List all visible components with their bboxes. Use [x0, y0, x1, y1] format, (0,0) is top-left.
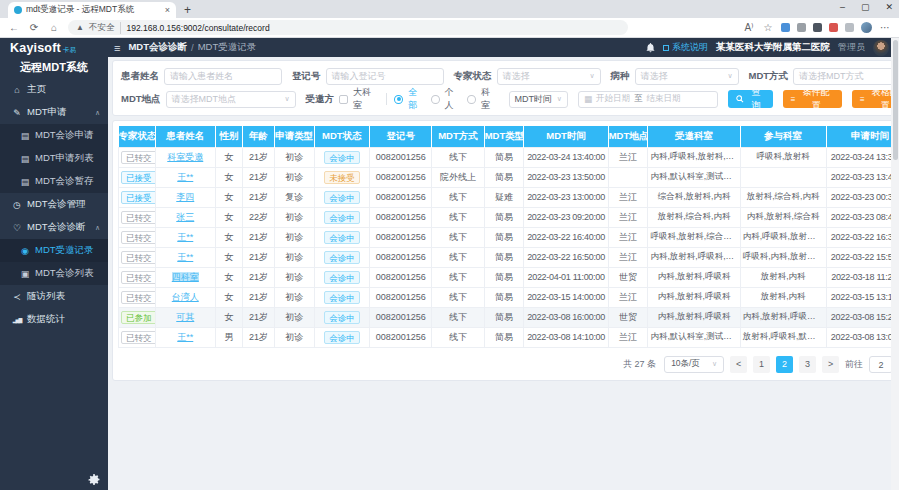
- page-button-1[interactable]: 1: [753, 356, 770, 373]
- page-scrollbar[interactable]: [891, 38, 899, 490]
- table-row: 已转交台湾人女21岁初诊会诊中0082001256线下简易2022-03-15 …: [119, 287, 899, 307]
- radio-dept-label[interactable]: 科室: [481, 86, 499, 112]
- favorite-star-icon[interactable]: ☆: [762, 22, 774, 33]
- security-warning-icon[interactable]: ▲: [76, 23, 84, 32]
- cell-mdt-type: 简易: [484, 327, 524, 347]
- tab-close-icon[interactable]: ×: [165, 5, 170, 15]
- radio-dept[interactable]: [467, 95, 476, 104]
- cell-joined-depts: 放射科,内科: [740, 287, 826, 307]
- list-icon: ▤: [20, 154, 30, 164]
- browser-tab[interactable]: mdt受邀记录 - 远程MDT系统 ×: [8, 2, 176, 18]
- extension-icon[interactable]: [781, 23, 790, 32]
- patient-name-link[interactable]: 王**: [177, 252, 193, 262]
- extension-icon[interactable]: [797, 23, 806, 32]
- cell-mdt-status: 未接受: [314, 167, 370, 187]
- page-button-3[interactable]: 3: [799, 356, 816, 373]
- disease-select[interactable]: 请选择∨: [635, 68, 739, 85]
- sidebar-item-mdt-consult-diagnose[interactable]: ♡MDT会诊诊断∧: [0, 216, 108, 239]
- patient-name-link[interactable]: 科室受邀: [167, 152, 203, 162]
- cell-mdt-mode: 线下: [432, 267, 484, 287]
- notification-bell-icon[interactable]: [646, 43, 655, 53]
- time-type-select[interactable]: MDT时间∨: [509, 91, 568, 108]
- page-button-2[interactable]: 2: [776, 356, 793, 373]
- app-logo[interactable]: Kayisoft 卡易: [0, 41, 108, 55]
- patient-name-input[interactable]: 请输入患者姓名: [164, 68, 282, 85]
- expert-status-select[interactable]: 请选择∨: [497, 68, 601, 85]
- patient-name-link[interactable]: 李四: [176, 192, 194, 202]
- browser-menu-icon[interactable]: ⋯: [879, 22, 891, 33]
- sidebar-item-mdt-apply-list[interactable]: ▤MDT申请列表: [0, 147, 108, 170]
- patient-name-link[interactable]: 王**: [177, 172, 193, 182]
- mdt-status-tag: 会诊中: [324, 251, 360, 264]
- mdt-mode-select[interactable]: 请选择MDT方式∨: [793, 68, 899, 85]
- patient-name-link[interactable]: 张三: [176, 212, 194, 222]
- patient-name-link[interactable]: 台湾人: [172, 292, 199, 302]
- calendar-icon: ▦: [584, 94, 592, 104]
- patient-name-link[interactable]: 王**: [177, 332, 193, 342]
- dept-group-checkbox-label[interactable]: 大科室: [353, 86, 379, 112]
- url-bar[interactable]: ▲ 不安全 192.168.0.156:9002/consultate/reco…: [68, 20, 628, 35]
- next-page-button[interactable]: >: [822, 356, 839, 373]
- radio-personal-label[interactable]: 个人: [445, 86, 463, 112]
- patient-name-link[interactable]: 王**: [177, 232, 193, 242]
- page-size-select[interactable]: 10条/页 ∨: [664, 356, 724, 373]
- window-minimize-button[interactable]: –: [840, 2, 845, 12]
- prev-page-button[interactable]: <: [730, 356, 747, 373]
- mdt-status-tag: 会诊中: [324, 311, 360, 324]
- patient-name-link[interactable]: 四科室: [172, 272, 199, 282]
- date-range-input[interactable]: ▦ 开始日期 至 结束日期: [578, 91, 718, 108]
- sidebar-item-mdt-apply[interactable]: ✎MDT申请∧: [0, 101, 108, 124]
- table-row: 已转交科室受邀女21岁初诊会诊中0082001256线下简易2022-03-24…: [119, 147, 899, 167]
- mdt-place-select[interactable]: 请选择MDT地点∨: [166, 91, 296, 108]
- goto-page-input[interactable]: 2: [869, 356, 893, 373]
- cell-joined-depts: [740, 167, 826, 187]
- extension-icon[interactable]: [829, 23, 838, 32]
- sidebar-item-mdt-consult-draft[interactable]: ▤MDT会诊暂存: [0, 170, 108, 193]
- refresh-icon[interactable]: ⟳: [28, 22, 40, 33]
- browser-profile-avatar[interactable]: [861, 22, 872, 33]
- window-maximize-button[interactable]: ▢: [861, 2, 870, 12]
- sidebar-item-mdt-consult-apply[interactable]: ▤MDT会诊申请: [0, 124, 108, 147]
- column-header-joined-depts: 参与科室: [740, 126, 826, 147]
- sidebar-item-mdt-consult-manage[interactable]: ◷MDT会诊管理: [0, 193, 108, 216]
- read-aloud-icon[interactable]: A⁾: [743, 22, 755, 33]
- sidebar-item-data-stats[interactable]: ▂▅▇数据统计: [0, 308, 108, 331]
- expert-status-tag: 已参加: [121, 311, 155, 324]
- user-avatar[interactable]: [873, 40, 889, 56]
- total-count: 共 27 条: [623, 358, 656, 371]
- cell-age: 21岁: [243, 327, 275, 347]
- registry-no-input[interactable]: 请输入登记号: [326, 68, 444, 85]
- extension-icon[interactable]: [845, 23, 854, 32]
- new-tab-button[interactable]: +: [184, 2, 191, 18]
- sliders-icon: ≡: [860, 95, 865, 104]
- breadcrumb-parent[interactable]: MDT会诊诊断: [128, 41, 187, 54]
- sidebar-collapse-icon[interactable]: ≡: [114, 42, 120, 54]
- table-row: 已接受王**女21岁初诊未接受0082001256院外线上简易2022-03-2…: [119, 167, 899, 187]
- system-help-link[interactable]: 系统说明: [663, 41, 708, 54]
- home-icon[interactable]: ⌂: [48, 22, 60, 33]
- dept-group-checkbox[interactable]: [339, 95, 348, 104]
- cell-mdt-type: 疑难: [484, 187, 524, 207]
- sidebar-item-home[interactable]: ⌂主页: [0, 78, 108, 101]
- cell-mdt-mode: 线下: [432, 207, 484, 227]
- cell-apply-time: 2022-03-23 08:49:53: [826, 207, 899, 227]
- cell-invited-depts: 呼吸科,放射科,综合科,内科: [648, 227, 740, 247]
- sidebar-item-followup-list[interactable]: ≺随访列表: [0, 285, 108, 308]
- cell-registry-no: 0082001256: [370, 227, 432, 247]
- search-button[interactable]: 查询: [728, 90, 773, 108]
- window-close-button[interactable]: ✕: [885, 2, 893, 12]
- settings-gear-icon[interactable]: [88, 474, 100, 486]
- chevron-down-icon: ∨: [727, 72, 732, 80]
- extension-icon[interactable]: [813, 23, 822, 32]
- radio-personal[interactable]: [431, 95, 440, 104]
- patient-name-link[interactable]: 可其: [176, 312, 194, 322]
- sidebar-item-mdt-consult-list[interactable]: ▣MDT会诊列表: [0, 262, 108, 285]
- condition-config-button[interactable]: ≡ 条件配置: [783, 90, 842, 108]
- back-icon[interactable]: ←: [8, 22, 20, 33]
- sidebar-item-label: MDT申请列表: [35, 152, 94, 165]
- radio-all-label[interactable]: 全部: [408, 86, 426, 112]
- expert-status-tag: 已转交: [121, 211, 155, 224]
- cell-mdt-time: 2022-03-23 13:00:00: [524, 187, 608, 207]
- sidebar-item-mdt-invite-record[interactable]: ◉MDT受邀记录: [0, 239, 108, 262]
- radio-all[interactable]: [394, 95, 403, 104]
